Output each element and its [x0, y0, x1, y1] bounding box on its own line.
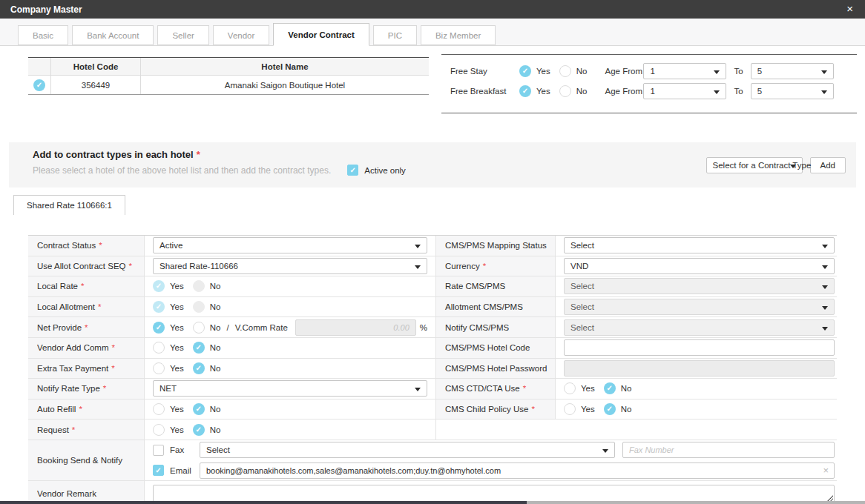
cms-pms-hotel-code-input[interactable] [564, 339, 835, 356]
net-provide-yes-radio[interactable] [153, 322, 165, 334]
use-allot-contract-seq-select[interactable]: Shared Rate-110666 [153, 258, 427, 274]
yes-label: Yes [170, 425, 184, 434]
yes-label: Yes [170, 323, 184, 332]
no-label: No [210, 405, 221, 414]
contract-type-select[interactable]: Select for a Contract Type [706, 157, 803, 173]
yes-label: Yes [536, 87, 550, 96]
notify-rate-type-select[interactable]: NET [153, 380, 427, 397]
slash-separator: / [226, 323, 228, 332]
cms-pms-mapping-status-select[interactable]: Select [564, 237, 835, 253]
no-label: No [576, 87, 588, 96]
hotel-select-column-header [28, 58, 50, 75]
no-label: No [210, 302, 221, 311]
horizontal-scrollbar[interactable] [0, 501, 865, 504]
vendor-remark-textarea[interactable] [153, 485, 835, 503]
form-row-booking-send-notify: Booking Send & Notify Fax Select Email × [28, 440, 837, 481]
horizontal-scrollbar-thumb[interactable] [0, 501, 527, 504]
free-stay-age-from-select[interactable]: 1 [643, 63, 726, 79]
free-breakfast-age-from-select[interactable]: 1 [643, 83, 726, 99]
field-label: Notify CMS/PMS [445, 323, 509, 332]
no-label: No [210, 343, 221, 352]
section-heading-text: Add to contract types in each hotel [33, 149, 194, 160]
tab-vendor-contract[interactable]: Vendor Contract [273, 23, 369, 46]
row-selected-check-icon[interactable] [33, 79, 45, 91]
currency-select[interactable]: VND [564, 258, 835, 274]
fax-number-input[interactable] [622, 442, 835, 458]
extra-tax-payment-yes-radio[interactable] [153, 362, 165, 374]
age-from-label: Age From [605, 87, 643, 96]
close-icon[interactable]: × [846, 2, 853, 16]
field-label: Notify Rate Type [37, 384, 100, 393]
free-breakfast-age-to-select[interactable]: 5 [751, 83, 834, 99]
request-yes-radio[interactable] [153, 424, 165, 436]
no-label: No [621, 405, 632, 414]
email-input[interactable] [200, 462, 835, 479]
free-stay-yes-radio[interactable] [519, 65, 531, 77]
field-label: CMS Child Policy Use [445, 405, 528, 414]
tab-bank-account[interactable]: Bank Account [72, 25, 154, 45]
cms-ctd-cta-yes-radio[interactable] [564, 382, 576, 394]
email-sub-row: Email × [145, 460, 837, 480]
form-row-auto-refill: Auto Refill* Yes No CMS Child Policy Use… [28, 399, 837, 420]
hotel-code-header: Hotel Code [50, 58, 141, 75]
local-allotment-no-radio [193, 301, 205, 313]
free-breakfast-no-radio[interactable] [559, 85, 571, 97]
free-breakfast-yes-radio[interactable] [519, 85, 531, 97]
age-from-label: Age From [605, 67, 643, 76]
vendor-add-comm-yes-radio[interactable] [153, 342, 165, 354]
fax-checkbox[interactable] [153, 445, 164, 456]
clear-email-icon[interactable]: × [823, 465, 829, 476]
form-row-local-rate: Local Rate* Yes No Rate CMS/PMS Select [28, 276, 837, 297]
no-label: No [210, 425, 221, 434]
notify-cms-pms-select: Select [564, 319, 835, 336]
free-stay-no-radio[interactable] [559, 65, 571, 77]
local-rate-no-radio [193, 280, 205, 292]
fax-label: Fax [170, 445, 200, 454]
form-row-use-allot-seq: Use Allot Contract SEQ* Shared Rate-1106… [28, 256, 837, 277]
free-stay-age-to-select[interactable]: 5 [751, 63, 834, 79]
extra-tax-payment-no-radio[interactable] [193, 362, 205, 374]
required-mark: * [79, 405, 82, 414]
cms-ctd-cta-no-radio[interactable] [604, 382, 616, 394]
contract-status-select[interactable]: Active [153, 237, 427, 253]
required-mark: * [98, 302, 101, 311]
no-label: No [621, 384, 632, 393]
tab-basic[interactable]: Basic [18, 25, 68, 45]
form-row-notify-rate-type: Notify Rate Type* NET CMS CTD/CTA Use* Y… [28, 379, 837, 399]
required-mark: * [72, 425, 75, 434]
required-mark: * [99, 241, 102, 250]
field-label: Contract Status [37, 241, 96, 250]
tab-biz-member[interactable]: Biz Member [421, 25, 496, 45]
yes-label: Yes [581, 384, 595, 393]
yes-label: Yes [170, 405, 184, 414]
vendor-add-comm-no-radio[interactable] [193, 342, 205, 354]
cms-child-policy-yes-radio[interactable] [564, 403, 576, 415]
tab-shared-rate[interactable]: Shared Rate 110666:1 [13, 195, 125, 215]
yes-label: Yes [170, 282, 184, 291]
local-allotment-yes-radio [153, 301, 165, 313]
cms-child-policy-no-radio[interactable] [604, 403, 616, 415]
tab-seller[interactable]: Seller [157, 25, 208, 45]
request-no-radio[interactable] [193, 424, 205, 436]
field-label: Vendor Remark [37, 489, 96, 498]
field-label: CMS/PMS Hotel Password [445, 364, 547, 373]
auto-refill-no-radio[interactable] [193, 403, 205, 415]
tab-pic[interactable]: PIC [373, 25, 417, 45]
fax-select[interactable]: Select [200, 442, 615, 458]
required-mark: * [483, 262, 486, 271]
modal-title: Company Master [0, 4, 82, 15]
email-label: Email [170, 466, 200, 475]
modal-titlebar: Company Master × [0, 0, 865, 19]
active-only-checkbox[interactable] [347, 165, 358, 176]
yes-label: Yes [581, 405, 595, 414]
tab-vendor[interactable]: Vendor [213, 25, 269, 45]
free-stay-label: Free Stay [450, 67, 519, 76]
table-row[interactable]: 356449 Amanaki Saigon Boutique Hotel [28, 75, 429, 94]
no-label: No [210, 282, 221, 291]
add-button[interactable]: Add [810, 157, 846, 173]
field-label: Extra Tax Payment [37, 364, 108, 373]
email-checkbox[interactable] [153, 465, 164, 476]
required-mark: * [111, 364, 114, 373]
auto-refill-yes-radio[interactable] [153, 403, 165, 415]
net-provide-no-radio[interactable] [193, 322, 205, 334]
